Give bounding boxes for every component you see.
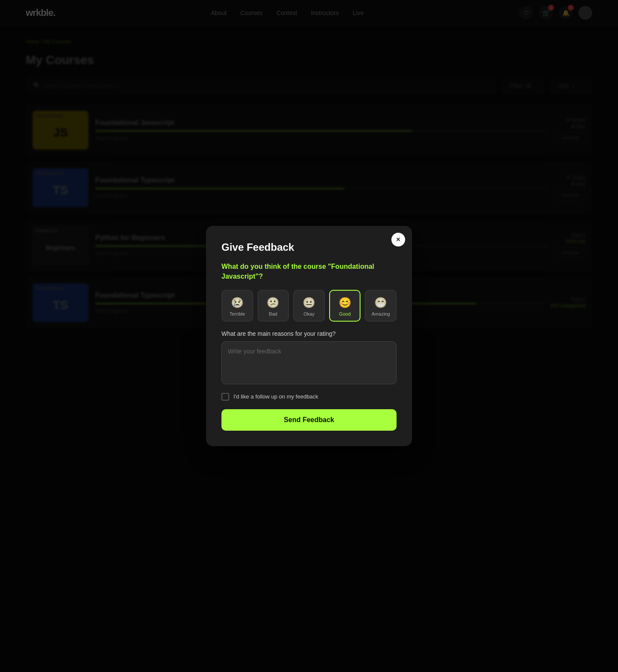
okay-label: Okay (303, 311, 315, 316)
terrible-label: Terrible (230, 311, 245, 316)
followup-label: I'd like a follow up on my feedback (233, 393, 318, 400)
good-emoji: 😊 (339, 297, 351, 309)
rating-bad[interactable]: 😕 Bad (258, 290, 289, 322)
rating-terrible[interactable]: 😢 Terrible (221, 290, 253, 322)
modal-overlay: × Give Feedback What do you think of the… (0, 0, 618, 672)
rating-okay[interactable]: 😐 Okay (293, 290, 325, 322)
feedback-modal: × Give Feedback What do you think of the… (206, 226, 412, 446)
bad-label: Bad (269, 311, 278, 316)
terrible-emoji: 😢 (231, 297, 244, 309)
send-feedback-button[interactable]: Send Feedback (221, 409, 397, 431)
rating-row: 😢 Terrible 😕 Bad 😐 Okay 😊 Good 😁 Amazing (221, 290, 397, 322)
followup-checkbox[interactable] (221, 393, 229, 401)
checkbox-row: I'd like a follow up on my feedback (221, 393, 397, 401)
feedback-textarea[interactable] (221, 341, 397, 384)
bad-emoji: 😕 (267, 297, 279, 309)
rating-amazing[interactable]: 😁 Amazing (365, 290, 397, 322)
amazing-emoji: 😁 (374, 297, 387, 309)
reasons-label: What are the main reasons for your ratin… (221, 330, 397, 337)
amazing-label: Amazing (372, 311, 390, 316)
good-label: Good (339, 311, 351, 316)
close-button[interactable]: × (391, 233, 405, 246)
modal-question: What do you think of the course "Foundat… (221, 262, 397, 281)
okay-emoji: 😐 (303, 297, 315, 309)
modal-title: Give Feedback (221, 241, 397, 253)
rating-good[interactable]: 😊 Good (329, 290, 361, 322)
